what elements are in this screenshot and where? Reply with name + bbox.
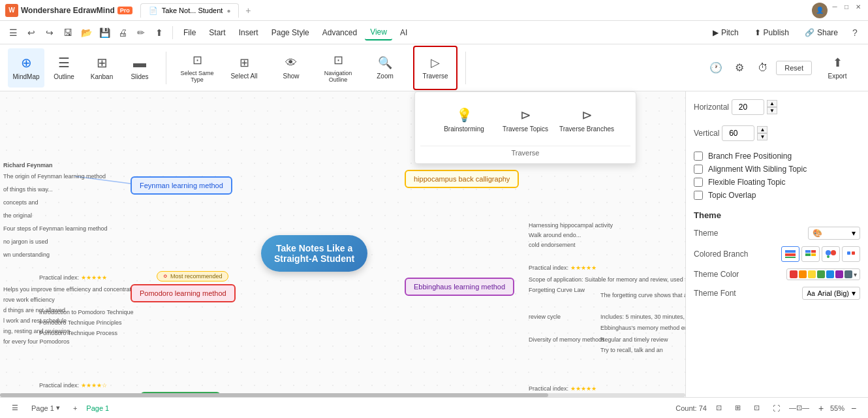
- right-panel: Horizontal ▲ ▼ Vertical ▲ ▼: [685, 91, 868, 397]
- traverse-icon: ▷: [431, 56, 440, 70]
- theme-selector[interactable]: 🎨 ▾: [808, 227, 860, 240]
- theme-color-selector[interactable]: ▾: [786, 268, 860, 280]
- horizontal-up[interactable]: ▲: [767, 100, 777, 107]
- view-mode-2-button[interactable]: ⊡: [750, 402, 764, 413]
- zoom-out-button[interactable]: −: [847, 402, 860, 415]
- traverse-branches-button[interactable]: ⊳ Traverse Branches: [557, 97, 616, 143]
- undo-button[interactable]: ↩: [23, 25, 39, 40]
- add-tab-button[interactable]: +: [241, 4, 255, 17]
- close-button[interactable]: ✕: [854, 3, 863, 12]
- minimize-button[interactable]: ─: [830, 3, 839, 12]
- scrollbar-thumb[interactable]: [0, 393, 548, 397]
- avatar[interactable]: 👤: [812, 3, 828, 18]
- theme-section: Theme Theme 🎨 ▾ Colored Branch: [694, 210, 860, 300]
- select-all-button[interactable]: ⊞ Select All: [221, 48, 267, 88]
- add-page-button[interactable]: +: [69, 403, 81, 413]
- vertical-up[interactable]: ▲: [757, 126, 767, 133]
- menu-toggle-button[interactable]: ☰: [5, 25, 21, 40]
- horizontal-input[interactable]: [732, 99, 764, 115]
- central-node[interactable]: Take Notes Like aStraight-A Student: [261, 235, 367, 272]
- select-same-type-button[interactable]: ⊡ Select Same Type: [174, 48, 220, 88]
- reset-button[interactable]: Reset: [776, 61, 812, 75]
- export-button[interactable]: ⬆ Export: [814, 48, 860, 88]
- window-controls: 👤 ─ □ ✕: [812, 3, 863, 18]
- share-button[interactable]: 🔗 Share: [798, 25, 845, 40]
- traverse-button[interactable]: ▷ Traverse: [416, 48, 455, 88]
- zoom-button[interactable]: 🔍 Zoom: [362, 48, 408, 88]
- feynman-node[interactable]: Feynman learning method: [131, 176, 232, 195]
- redo-button[interactable]: ↪: [42, 25, 57, 40]
- swatch-red: [790, 270, 798, 278]
- horizontal-scrollbar[interactable]: [0, 393, 685, 397]
- tab-close-button[interactable]: ●: [226, 7, 230, 14]
- publish-button[interactable]: ⬆ Publish: [748, 25, 796, 40]
- publish-icon: ⬆: [754, 28, 761, 37]
- traverse-topics-button[interactable]: ⊳ Traverse Topics: [496, 97, 555, 143]
- branch-style-1-button[interactable]: [781, 246, 799, 262]
- menu-view[interactable]: View: [365, 25, 392, 40]
- nav-outline-label: Navigation Outline: [315, 70, 361, 83]
- open-button[interactable]: 📂: [78, 25, 94, 40]
- ebbinghaus-node[interactable]: Ebbinghaus learning method: [405, 278, 514, 296]
- flexible-checkbox[interactable]: [694, 178, 703, 187]
- clock-button[interactable]: 🕐: [705, 57, 726, 78]
- timer-button[interactable]: ⏱: [752, 57, 773, 78]
- show-button[interactable]: 👁 Show: [268, 48, 314, 88]
- theme-font-selector[interactable]: Aa Arial (Big) ▾: [802, 287, 860, 300]
- fit-page-button[interactable]: ⊡: [712, 402, 726, 413]
- brainstorming-button[interactable]: 💡 Brainstorming: [435, 97, 493, 143]
- fullscreen-button[interactable]: ⛶: [769, 403, 784, 413]
- select-all-label: Select All: [230, 72, 257, 80]
- feynman-name: Richard Feynman: [3, 162, 53, 169]
- hippocampus-sub3: cold endorsement: [529, 242, 576, 248]
- settings-button[interactable]: ⚙: [729, 57, 750, 78]
- menu-advanced[interactable]: Advanced: [317, 25, 362, 40]
- menu-file[interactable]: File: [178, 25, 201, 40]
- mindmap-tool-button[interactable]: ⊕ MindMap: [8, 48, 44, 88]
- maximize-button[interactable]: □: [842, 3, 851, 12]
- vertical-input[interactable]: [722, 125, 754, 141]
- save-local-button[interactable]: 🖫: [60, 25, 76, 40]
- export-icon: ⬆: [833, 56, 843, 70]
- kanban-tool-button[interactable]: ⊞ Kanban: [84, 48, 120, 88]
- print-button[interactable]: 🖨: [115, 25, 131, 40]
- topic-overlap-checkbox[interactable]: [694, 191, 703, 200]
- swatch-green: [817, 270, 825, 278]
- select-all-icon: ⊞: [240, 56, 249, 70]
- topic-overlap-label: Topic Overlap: [708, 191, 756, 200]
- pomodoro-node[interactable]: Pomodoro learning method: [131, 284, 236, 302]
- page-dropdown-icon: ▾: [56, 404, 60, 412]
- horizontal-down[interactable]: ▼: [767, 107, 777, 114]
- branch-style-4-button[interactable]: [842, 246, 860, 262]
- navigation-outline-button[interactable]: ⊡ Navigation Outline: [315, 48, 361, 88]
- menu-ai[interactable]: AI: [395, 25, 412, 40]
- pitch-button[interactable]: ▶ Pitch: [706, 25, 745, 40]
- pro-badge: Pro: [117, 7, 132, 14]
- view-mode-1-button[interactable]: ⊞: [731, 402, 745, 413]
- hippocampus-sub1: Harnessing hippocampal activity: [529, 222, 613, 229]
- branch-style-3-button[interactable]: [822, 246, 840, 262]
- help-button[interactable]: ?: [847, 25, 863, 40]
- zoom-in-button[interactable]: +: [814, 402, 828, 415]
- ebb-review: review cycle: [529, 314, 561, 320]
- alignment-checkbox[interactable]: [694, 165, 703, 174]
- outline-label: Outline: [54, 73, 74, 80]
- slides-tool-button[interactable]: ▬ Slides: [121, 48, 158, 88]
- save-button[interactable]: 💾: [97, 25, 112, 40]
- branch-style-2-button[interactable]: [801, 246, 820, 262]
- page-button[interactable]: Page 1 ▾: [27, 402, 64, 413]
- menu-page-style[interactable]: Page Style: [266, 25, 315, 40]
- show-icon: 👁: [285, 56, 297, 70]
- outline-tool-button[interactable]: ☰ Outline: [46, 48, 82, 88]
- branch-free-checkbox[interactable]: [694, 152, 703, 161]
- svg-rect-15: [811, 250, 816, 253]
- vertical-down[interactable]: ▼: [757, 133, 767, 140]
- menu-insert[interactable]: Insert: [234, 25, 264, 40]
- zoom-label: Zoom: [377, 72, 394, 80]
- hippocampus-node[interactable]: hippocampus back calligraphy: [405, 170, 519, 188]
- format-button[interactable]: ✏: [133, 25, 149, 40]
- share-format-button[interactable]: ⬆: [151, 25, 167, 40]
- sidebar-toggle-button[interactable]: ☰: [8, 402, 22, 413]
- menu-start[interactable]: Start: [204, 25, 230, 40]
- active-tab[interactable]: 📄 Take Not... Student ●: [140, 3, 240, 18]
